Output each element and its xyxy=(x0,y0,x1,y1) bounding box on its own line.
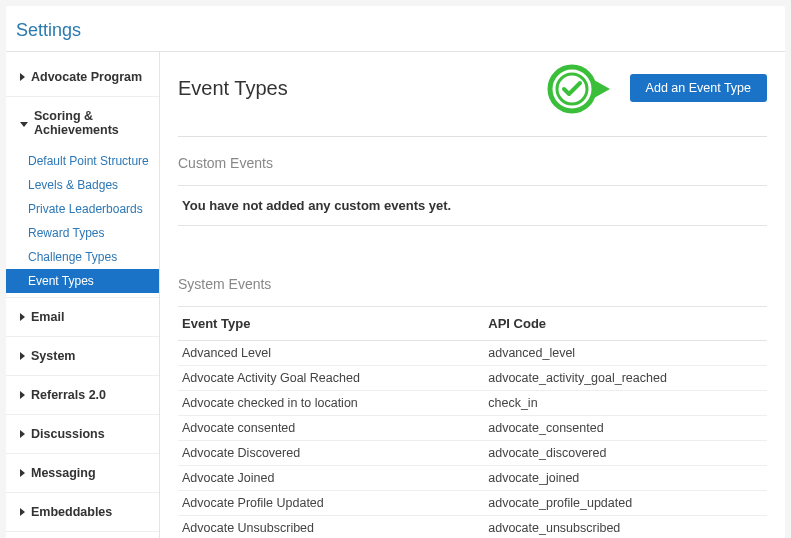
event-type-cell: Advocate Unsubscribed xyxy=(178,516,484,539)
nav-group-label: Messaging xyxy=(31,466,96,480)
nav-group-label: Embeddables xyxy=(31,505,112,519)
caret-icon xyxy=(20,352,25,360)
column-header: Event Type xyxy=(178,307,484,341)
sidebar-item-levels-badges[interactable]: Levels & Badges xyxy=(6,173,159,197)
nav-group-label: Email xyxy=(31,310,64,324)
caret-icon xyxy=(20,73,25,81)
caret-icon xyxy=(20,122,28,127)
caret-icon xyxy=(20,430,25,438)
api-code-cell: advocate_unsubscribed xyxy=(484,516,767,539)
table-row: Advocate Unsubscribedadvocate_unsubscrib… xyxy=(178,516,767,539)
caret-icon xyxy=(20,313,25,321)
table-row: Advocate Joinedadvocate_joined xyxy=(178,466,767,491)
sidebar-item-default-point-structure[interactable]: Default Point Structure xyxy=(6,149,159,173)
success-check-icon xyxy=(544,64,622,117)
caret-icon xyxy=(20,508,25,516)
sidebar-item-challenge-types[interactable]: Challenge Types xyxy=(6,245,159,269)
nav-group-system[interactable]: System xyxy=(6,337,159,375)
event-type-cell: Advocate Activity Goal Reached xyxy=(178,366,484,391)
event-type-cell: Advocate consented xyxy=(178,416,484,441)
system-events-table: Event TypeAPI Code Advanced Leveladvance… xyxy=(178,306,767,538)
nav-group-scoring-achievements[interactable]: Scoring & Achievements xyxy=(6,97,159,149)
nav-group-email[interactable]: Email xyxy=(6,298,159,336)
nav-group-discussions[interactable]: Discussions xyxy=(6,415,159,453)
column-header: API Code xyxy=(484,307,767,341)
custom-events-heading: Custom Events xyxy=(178,155,767,171)
table-row: Advocate Profile Updatedadvocate_profile… xyxy=(178,491,767,516)
table-row: Advocate checked in to locationcheck_in xyxy=(178,391,767,416)
table-row: Advocate Discoveredadvocate_discovered xyxy=(178,441,767,466)
table-row: Advanced Leveladvanced_level xyxy=(178,341,767,366)
settings-header: Settings xyxy=(6,6,785,52)
custom-events-empty-message: You have not added any custom events yet… xyxy=(178,185,767,226)
page-heading: Settings xyxy=(16,20,775,41)
api-code-cell: advocate_consented xyxy=(484,416,767,441)
api-code-cell: advocate_joined xyxy=(484,466,767,491)
nav-group-label: Scoring & Achievements xyxy=(34,109,153,137)
api-code-cell: advocate_activity_goal_reached xyxy=(484,366,767,391)
event-type-cell: Advocate Profile Updated xyxy=(178,491,484,516)
event-type-cell: Advocate Joined xyxy=(178,466,484,491)
api-code-cell: advocate_discovered xyxy=(484,441,767,466)
add-event-type-button[interactable]: Add an Event Type xyxy=(630,74,767,102)
system-events-heading: System Events xyxy=(178,276,767,292)
caret-icon xyxy=(20,391,25,399)
nav-group-label: System xyxy=(31,349,75,363)
nav-group-embeddables[interactable]: Embeddables xyxy=(6,493,159,531)
event-type-cell: Advanced Level xyxy=(178,341,484,366)
nav-group-label: Referrals 2.0 xyxy=(31,388,106,402)
table-row: Advocate consentedadvocate_consented xyxy=(178,416,767,441)
table-row: Advocate Activity Goal Reachedadvocate_a… xyxy=(178,366,767,391)
page-title: Event Types xyxy=(178,77,288,100)
api-code-cell: check_in xyxy=(484,391,767,416)
nav-group-label: Discussions xyxy=(31,427,105,441)
api-code-cell: advocate_profile_updated xyxy=(484,491,767,516)
api-code-cell: advanced_level xyxy=(484,341,767,366)
nav-group-label: Advocate Program xyxy=(31,70,142,84)
event-type-cell: Advocate Discovered xyxy=(178,441,484,466)
caret-icon xyxy=(20,469,25,477)
sidebar-item-private-leaderboards[interactable]: Private Leaderboards xyxy=(6,197,159,221)
sidebar-item-event-types[interactable]: Event Types xyxy=(6,269,159,293)
nav-group-messaging[interactable]: Messaging xyxy=(6,454,159,492)
sidebar-item-reward-types[interactable]: Reward Types xyxy=(6,221,159,245)
main-content: Event Types Add an Event Type Custom Eve… xyxy=(160,52,785,538)
nav-group-referrals-2-0[interactable]: Referrals 2.0 xyxy=(6,376,159,414)
settings-sidebar: Advocate ProgramScoring & AchievementsDe… xyxy=(6,52,160,538)
nav-group-advocate-program[interactable]: Advocate Program xyxy=(6,58,159,96)
event-type-cell: Advocate checked in to location xyxy=(178,391,484,416)
